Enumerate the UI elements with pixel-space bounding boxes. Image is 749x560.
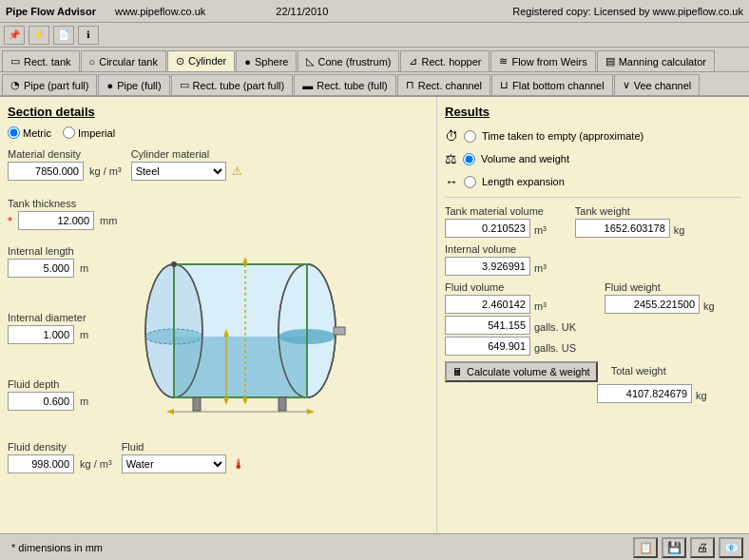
- tab-circular-tank[interactable]: ○ Circular tank: [81, 50, 166, 71]
- tab-flow-weirs[interactable]: ≋ Flow from Weirs: [490, 50, 595, 71]
- manning-icon: ▤: [605, 55, 615, 68]
- toolbar-btn-1[interactable]: 📌: [4, 26, 25, 45]
- footer-bar: * dimensions in mm 📋 💾 🖨 📧: [0, 533, 749, 560]
- material-density-input[interactable]: [8, 162, 84, 181]
- tank-weight-input: [575, 219, 670, 238]
- nav-tabs-row1: ▭ Rect. tank ○ Circular tank ⊙ Cylinder …: [0, 48, 749, 72]
- fluid-weight-label: Fluid weight: [605, 281, 715, 293]
- tab-manning[interactable]: ▤ Manning calculator: [597, 50, 715, 71]
- fluid-depth-group: Fluid depth m: [8, 378, 88, 416]
- warning-icon: ⚠: [232, 164, 242, 178]
- time-empty-radio[interactable]: [464, 130, 476, 143]
- tab-rect-hopper[interactable]: ⊿ Rect. hopper: [400, 50, 490, 71]
- sphere-icon: ●: [244, 56, 251, 68]
- internal-diameter-unit: m: [80, 329, 88, 340]
- tab-rect-channel[interactable]: ⊓ Rect. channel: [397, 74, 490, 95]
- calculate-button[interactable]: 🖩 Calculate volume & weight: [445, 361, 598, 382]
- material-density-label: Material density: [8, 148, 122, 160]
- result-radio-length-expansion: ↔ Length expansion: [445, 174, 741, 189]
- metric-label: Metric: [23, 127, 51, 139]
- internal-diameter-field-row: m: [8, 325, 88, 344]
- fluid-density-unit: kg / m³: [80, 458, 112, 470]
- svg-marker-16: [166, 409, 174, 415]
- fluid-select[interactable]: Water: [122, 454, 226, 473]
- footer-icon-3[interactable]: 🖨: [690, 537, 715, 558]
- volume-weight-radio[interactable]: [463, 153, 475, 165]
- material-density-group: Material density kg / m³: [8, 148, 122, 186]
- svg-marker-23: [223, 397, 229, 405]
- length-expansion-label: Length expansion: [482, 176, 565, 187]
- total-weight-input: [597, 384, 692, 403]
- metric-radio[interactable]: [8, 126, 20, 139]
- fluid-density-input[interactable]: [8, 454, 74, 473]
- internal-length-input[interactable]: [8, 259, 74, 278]
- tab-cone[interactable]: ◺ Cone (frustrum): [298, 50, 399, 71]
- imperial-radio[interactable]: [63, 126, 75, 139]
- fluid-volume-input-m3: [445, 295, 530, 314]
- length-expansion-icon: ↔: [445, 174, 458, 189]
- footer-icon-2[interactable]: 💾: [662, 537, 686, 558]
- footer-icon-4[interactable]: 📧: [719, 537, 743, 558]
- internal-diameter-input[interactable]: [8, 325, 74, 344]
- tab-rect-tank[interactable]: ▭ Rect. tank: [2, 50, 80, 71]
- tank-thickness-field-row: * mm: [8, 211, 429, 230]
- tab-vee-channel[interactable]: ∨ Vee channel: [614, 74, 701, 95]
- tab-rect-tube-part[interactable]: ▭ Rect. tube (part full): [171, 74, 294, 95]
- tab-pipe-part[interactable]: ◔ Pipe (part full): [2, 74, 97, 95]
- metric-radio-label[interactable]: Metric: [8, 126, 51, 139]
- tank-material-volume-unit: m³: [534, 224, 547, 238]
- svg-marker-17: [307, 409, 315, 415]
- tab-sphere[interactable]: ● Sphere: [236, 50, 297, 71]
- fluid-depth-label: Fluid depth: [8, 378, 88, 390]
- tank-weight-group: Tank weight kg: [575, 205, 685, 238]
- fluid-weight-input: [605, 295, 700, 314]
- toolbar-btn-2[interactable]: ⚡: [29, 26, 49, 45]
- tab-flat-bottom[interactable]: ⊔ Flat bottom channel: [491, 74, 613, 95]
- rect-tank-label: Rect. tank: [24, 56, 71, 68]
- right-panel: Results ⏱ Time taken to empty (approxima…: [437, 97, 749, 560]
- cylinder-material-group: Cylinder material Steel ⚠: [131, 148, 242, 186]
- vee-channel-label: Vee channel: [634, 80, 692, 91]
- rect-tube-part-label: Rect. tube (part full): [193, 80, 285, 91]
- tank-material-volume-input: [445, 219, 530, 238]
- fluid-type-group: Fluid Water 🌡: [122, 441, 245, 479]
- unit-radio-row: Metric Imperial: [8, 126, 429, 139]
- svg-rect-24: [193, 397, 201, 411]
- result-divider: [445, 197, 741, 198]
- fluid-volume-unit-us: galls. US: [534, 342, 576, 356]
- svg-point-14: [171, 261, 177, 267]
- toolbar-btn-3[interactable]: 📄: [53, 26, 74, 45]
- fluid-depth-field-row: m: [8, 392, 88, 411]
- cylinder-label: Cylinder: [188, 55, 226, 67]
- tank-weight-label: Tank weight: [575, 205, 685, 217]
- tab-cylinder[interactable]: ⊙ Cylinder: [167, 50, 235, 71]
- fluid-depth-input[interactable]: [8, 392, 74, 411]
- calc-label: Calculate volume & weight: [467, 366, 590, 377]
- nav-tabs-row2: ◔ Pipe (part full) ● Pipe (full) ▭ Rect.…: [0, 72, 749, 97]
- circular-tank-label: Circular tank: [99, 56, 158, 68]
- rect-tube-part-icon: ▭: [180, 79, 189, 91]
- length-expansion-radio[interactable]: [464, 176, 476, 188]
- cone-label: Cone (frustrum): [317, 56, 391, 68]
- toolbar-btn-4[interactable]: ℹ: [78, 26, 99, 45]
- cylinder-diagram: [98, 236, 364, 437]
- tab-rect-tube-full[interactable]: ▬ Rect. tube (full): [294, 74, 396, 95]
- flat-bottom-label: Flat bottom channel: [512, 80, 605, 91]
- svg-rect-25: [278, 397, 286, 411]
- internal-length-field-row: m: [8, 259, 88, 278]
- tank-thickness-input[interactable]: [18, 211, 94, 230]
- imperial-radio-label[interactable]: Imperial: [63, 126, 115, 139]
- internal-diameter-group: Internal diameter m: [8, 312, 88, 350]
- fluid-volume-group: Fluid volume m³ galls. UK galls. US: [445, 281, 576, 356]
- material-density-unit: kg / m³: [89, 165, 122, 177]
- result-radio-volume-weight: ⚖ Volume and weight: [445, 151, 741, 166]
- svg-marker-19: [242, 397, 248, 405]
- registered-text: Registered copy: Licensed by www.pipeflo…: [512, 6, 743, 17]
- time-empty-icon: ⏱: [445, 128, 458, 144]
- fluid-volume-unit-m3: m³: [534, 300, 547, 314]
- cylinder-material-select[interactable]: Steel: [131, 162, 226, 181]
- footer-icon-1[interactable]: 📋: [633, 537, 658, 558]
- tab-pipe-full[interactable]: ● Pipe (full): [98, 74, 169, 95]
- internal-diameter-label: Internal diameter: [8, 312, 88, 323]
- internal-volume-group: Internal volume m³: [445, 243, 547, 276]
